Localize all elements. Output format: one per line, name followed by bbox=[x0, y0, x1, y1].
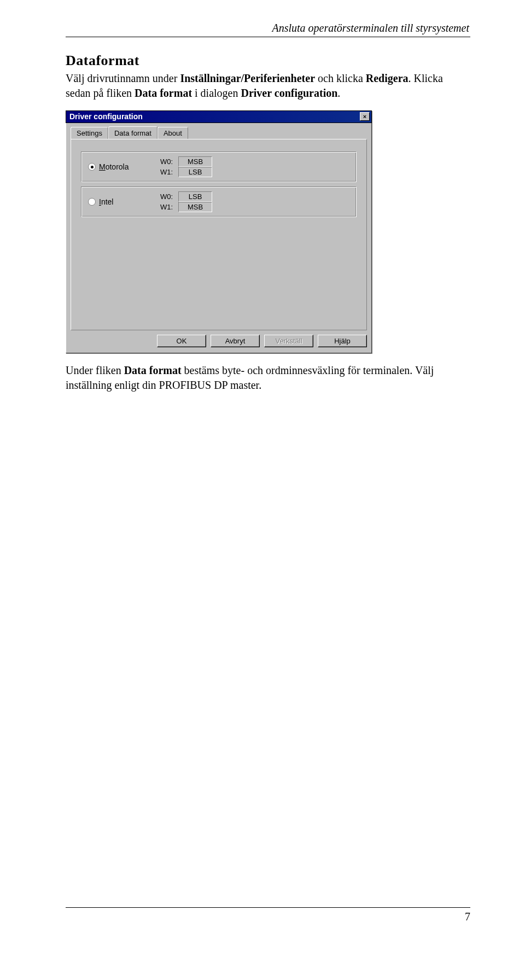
running-header: Ansluta operatörsterminalen till styrsys… bbox=[66, 22, 470, 34]
w0-value: LSB bbox=[178, 191, 212, 202]
option-motorola: Motorola W0: MSB W1: LSB bbox=[81, 151, 357, 182]
intro-paragraph: Välj drivrutinnamn under Inställningar/P… bbox=[66, 71, 470, 101]
tab-data-format[interactable]: Data format bbox=[108, 126, 158, 139]
radio-icon bbox=[88, 163, 96, 171]
tab-settings[interactable]: Settings bbox=[71, 127, 108, 139]
w1-label: W1: bbox=[160, 202, 173, 212]
w1-value: MSB bbox=[178, 202, 212, 212]
radio-motorola[interactable]: Motorola bbox=[88, 162, 137, 171]
apply-button[interactable]: Verkställ bbox=[264, 335, 313, 347]
close-button[interactable]: × bbox=[360, 112, 370, 121]
w0-label: W0: bbox=[160, 192, 173, 201]
option-intel: Intel W0: LSB W1: MSB bbox=[81, 186, 357, 217]
titlebar[interactable]: Driver configuration × bbox=[66, 110, 372, 123]
radio-intel[interactable]: Intel bbox=[88, 197, 137, 206]
close-icon: × bbox=[363, 113, 366, 120]
driver-config-dialog: Driver configuration × Settings Data for… bbox=[66, 110, 372, 353]
word-col: W0: MSB W1: LSB bbox=[160, 156, 212, 177]
section-title: Dataformat bbox=[66, 52, 470, 69]
w0-value: MSB bbox=[178, 156, 212, 167]
radio-icon bbox=[88, 198, 96, 206]
w1-value: LSB bbox=[178, 167, 212, 177]
tab-about[interactable]: About bbox=[158, 127, 188, 139]
button-row: OK Avbryt Verkställ Hjälp bbox=[71, 335, 367, 347]
radio-label: Intel bbox=[99, 197, 113, 206]
radio-label: Motorola bbox=[99, 162, 129, 171]
cancel-button[interactable]: Avbryt bbox=[211, 335, 260, 347]
tab-strip: Settings Data format About bbox=[71, 126, 367, 139]
ok-button[interactable]: OK bbox=[157, 335, 206, 347]
w0-label: W0: bbox=[160, 157, 173, 166]
help-button[interactable]: Hjälp bbox=[318, 335, 367, 347]
divider bbox=[66, 37, 470, 37]
page-number: 7 bbox=[465, 911, 470, 923]
footer-divider bbox=[66, 907, 470, 908]
w1-label: W1: bbox=[160, 167, 173, 177]
word-col: W0: LSB W1: MSB bbox=[160, 191, 212, 212]
tab-panel: Motorola W0: MSB W1: LSB bbox=[71, 139, 367, 330]
dialog-title: Driver configuration bbox=[69, 112, 143, 121]
after-paragraph: Under fliken Data format bestäms byte- o… bbox=[66, 363, 470, 393]
